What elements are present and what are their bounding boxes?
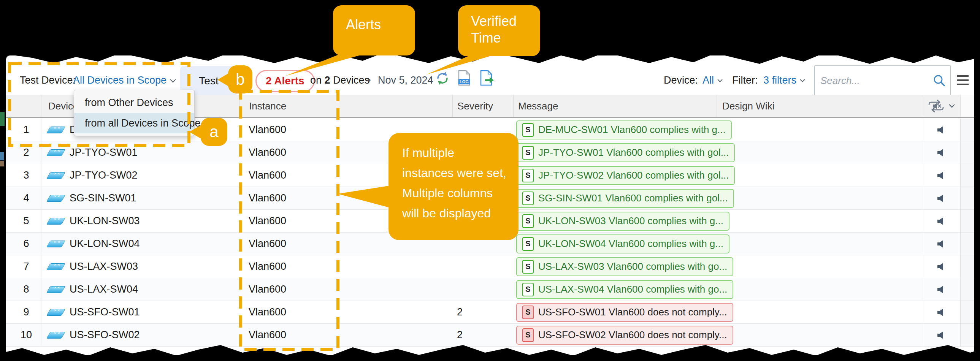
desktop-sliver (0, 112, 5, 126)
device-filter-dropdown[interactable]: All (703, 73, 723, 87)
device-name: UK-LON-SW03 (70, 215, 140, 227)
instance-cell: Vlan600 (240, 324, 452, 346)
severity-cell (452, 164, 513, 186)
table-row[interactable]: 7 US-LAX-SW03 Vlan600 S US-LAX-SW03 Vlan… (6, 255, 974, 278)
table-row[interactable]: 9 US-SFO-SW01 Vlan600 2 S US-SFO-SW01 Vl… (6, 301, 974, 324)
table-body: 1 DE-MUC-SW01 Vlan600 S DE-MUC-SW01 Vlan… (6, 119, 974, 347)
instance-cell: Vlan600 (240, 164, 452, 186)
speaker-icon[interactable] (936, 285, 946, 294)
speaker-icon[interactable] (936, 194, 946, 203)
header-design-wiki[interactable]: Design Wiki (717, 95, 922, 117)
message-pill[interactable]: S DE-MUC-SW01 Vlan600 complies with g... (516, 121, 732, 140)
menu-item[interactable]: from Other Devices (74, 92, 194, 113)
instance-cell: Vlan600 (240, 187, 452, 209)
device-cell[interactable]: UK-LON-SW03 (41, 210, 240, 232)
speaker-icon[interactable] (936, 308, 946, 317)
speaker-icon[interactable] (936, 262, 946, 271)
speaker-icon[interactable] (936, 239, 946, 248)
scrollbar-gutter (960, 301, 974, 323)
chevron-down-icon (170, 78, 177, 84)
mute-loop-icon[interactable] (927, 99, 945, 114)
device-cell[interactable]: US-SFO-SW02 (41, 324, 240, 346)
switch-device-icon (46, 149, 65, 156)
header-severity[interactable]: Severity (452, 95, 513, 117)
app-window: Test Device: All Devices in Scope Test 2… (6, 56, 974, 355)
filter-label: Filter: (732, 73, 758, 87)
menu-icon[interactable] (957, 75, 969, 85)
row-number: 6 (11, 232, 41, 255)
chevron-down-icon[interactable] (948, 103, 955, 109)
test-device-dropdown[interactable]: All Devices in Scope (73, 73, 177, 87)
alerts-badge[interactable]: 2 Alerts (255, 70, 315, 92)
scrollbar-gutter (960, 324, 974, 346)
message-text: JP-TYO-SW01 Vlan600 complies with gol... (538, 147, 729, 159)
message-pill[interactable]: S SG-SIN-SW01 Vlan600 complies with gol.… (516, 189, 734, 208)
table-row[interactable]: 5 UK-LON-SW03 Vlan600 S UK-LON-SW03 Vlan… (6, 210, 974, 232)
message-pill[interactable]: S US-LAX-SW03 Vlan600 complies with go..… (516, 257, 733, 276)
design-wiki-cell (717, 187, 922, 209)
message-text: DE-MUC-SW01 Vlan600 complies with g... (538, 124, 726, 136)
instance-cell: Vlan600 (240, 278, 452, 301)
table-row[interactable]: 10 US-SFO-SW02 Vlan600 2 S US-SFO-SW02 V… (6, 324, 974, 347)
switch-device-icon (46, 195, 65, 202)
verified-time-callout: Verified Time (458, 5, 540, 56)
chevron-down-icon (717, 78, 723, 83)
menu-item[interactable]: from all Devices in Scope (74, 113, 194, 134)
switch-device-icon (46, 286, 65, 293)
design-wiki-cell (717, 142, 922, 164)
speaker-icon[interactable] (936, 331, 946, 340)
message-pill[interactable]: S UK-LON-SW03 Vlan600 complies with g... (516, 212, 730, 231)
header-message[interactable]: Message (513, 95, 717, 117)
table-row[interactable]: 4 SG-SIN-SW01 Vlan600 S SG-SIN-SW01 Vlan… (6, 187, 974, 210)
severity-cell (452, 278, 513, 301)
log-icon-label: LOG (460, 80, 469, 84)
instance-cell: Vlan600 (240, 301, 452, 323)
row-number: 8 (11, 278, 41, 301)
device-cell[interactable]: UK-LON-SW04 (41, 232, 240, 255)
table-row[interactable]: 8 US-LAX-SW04 Vlan600 S US-LAX-SW04 Vlan… (6, 278, 974, 301)
speaker-icon[interactable] (936, 171, 946, 180)
speaker-icon[interactable] (936, 148, 946, 157)
message-pill[interactable]: S US-SFO-SW02 Vlan600 does not comply... (516, 326, 733, 345)
message-pill[interactable]: S JP-TYO-SW01 Vlan600 complies with gol.… (516, 143, 735, 162)
scrollbar-gutter (960, 95, 974, 117)
device-cell[interactable]: US-SFO-SW01 (41, 301, 240, 323)
test-device-label: Test Device: (20, 73, 76, 87)
row-number: 5 (11, 210, 41, 232)
speaker-icon[interactable] (936, 216, 946, 226)
scrollbar-gutter (960, 210, 974, 232)
table-row[interactable]: 6 UK-LON-SW04 Vlan600 S UK-LON-SW04 Vlan… (6, 232, 974, 255)
search-input[interactable] (819, 75, 933, 87)
device-cell[interactable]: JP-TYO-SW02 (41, 164, 240, 186)
device-cell[interactable]: JP-TYO-SW01 (41, 142, 240, 164)
device-cell[interactable]: SG-SIN-SW01 (41, 187, 240, 209)
summary-note-icon: S (522, 260, 534, 274)
message-pill[interactable]: S UK-LON-SW04 Vlan600 complies with g... (516, 234, 730, 253)
table-row[interactable]: 2 JP-TYO-SW01 Vlan600 S JP-TYO-SW01 Vlan… (6, 142, 974, 164)
design-wiki-cell (717, 164, 922, 186)
message-text: US-SFO-SW02 Vlan600 does not comply... (538, 329, 727, 341)
filter-dropdown[interactable]: 3 filters (763, 73, 805, 87)
design-wiki-cell (717, 119, 922, 141)
table-row[interactable]: 3 JP-TYO-SW02 Vlan600 S JP-TYO-SW02 Vlan… (6, 164, 974, 187)
log-file-icon[interactable]: LOG (458, 70, 471, 87)
row-number: 1 (11, 119, 41, 141)
export-report-icon[interactable] (480, 70, 495, 87)
header-instance[interactable]: Instance (240, 95, 452, 117)
device-cell[interactable]: US-LAX-SW04 (41, 278, 240, 301)
severity-cell: 2 (452, 324, 513, 346)
message-pill[interactable]: S JP-TYO-SW02 Vlan600 complies with gol.… (516, 166, 735, 185)
row-number: 4 (11, 187, 41, 209)
message-pill[interactable]: S US-SFO-SW01 Vlan600 does not comply... (516, 303, 733, 322)
device-filter-label: Device: (664, 73, 698, 87)
row-number: 7 (11, 255, 41, 278)
refresh-icon[interactable] (435, 71, 450, 87)
message-pill[interactable]: S US-LAX-SW04 Vlan600 complies with go..… (516, 280, 733, 299)
search-icon[interactable] (933, 74, 946, 87)
verified-date: Nov 5, 2024 (378, 73, 433, 87)
search-box (814, 65, 951, 96)
device-name: JP-TYO-SW02 (70, 170, 138, 181)
device-cell[interactable]: US-LAX-SW03 (41, 255, 240, 278)
design-wiki-cell (717, 210, 922, 232)
speaker-icon[interactable] (936, 126, 946, 135)
